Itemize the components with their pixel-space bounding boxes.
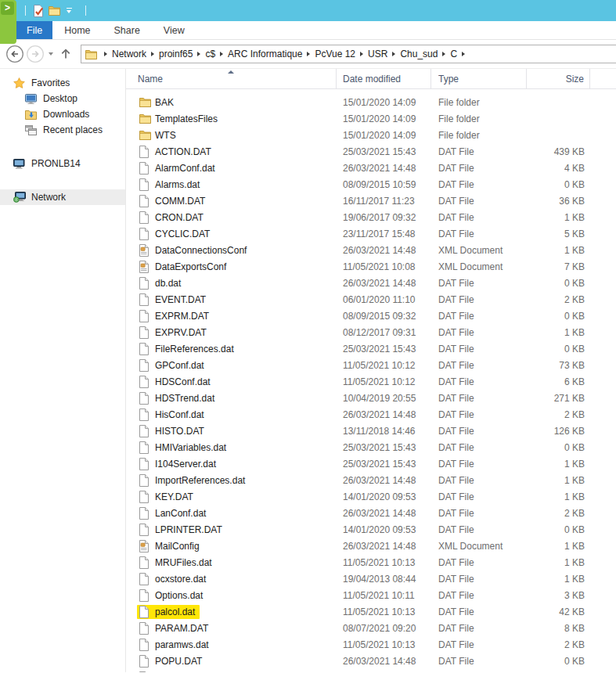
breadcrumb-arrow-icon[interactable] bbox=[197, 52, 200, 56]
file-row[interactable]: AlarmConf.dat26/03/2021 14:48DAT File4 K… bbox=[126, 160, 616, 176]
file-row[interactable]: db.dat26/03/2021 14:48DAT File0 KB bbox=[126, 275, 616, 291]
file-row[interactable]: COMM.DAT16/11/2017 11:23DAT File36 KB bbox=[126, 193, 616, 209]
breadcrumb-segment[interactable]: PcVue 12 bbox=[315, 49, 355, 59]
file-row[interactable]: LPRINTER.DAT14/01/2020 09:53DAT File0 KB bbox=[126, 521, 616, 538]
file-row[interactable]: BAK15/01/2020 14:09File folder bbox=[126, 94, 616, 110]
file-row[interactable]: HisConf.dat26/03/2021 14:48DAT File2 KB bbox=[126, 406, 616, 423]
folder-icon[interactable] bbox=[46, 2, 62, 20]
breadcrumb-segment[interactable]: c$ bbox=[205, 49, 215, 59]
breadcrumb-segment[interactable]: proinf65 bbox=[159, 49, 193, 59]
file-name-cell: KEY.DAT bbox=[126, 490, 337, 504]
sidebar-item-pronlb14[interactable]: PRONLB14 bbox=[0, 156, 125, 171]
file-type: DAT File bbox=[431, 656, 527, 667]
file-row[interactable]: EVENT.DAT06/01/2020 11:10DAT File2 KB bbox=[126, 291, 616, 308]
sidebar-item-desktop[interactable]: Desktop bbox=[0, 91, 125, 106]
file-row[interactable]: KEY.DAT14/01/2020 09:53DAT File1 KB bbox=[126, 488, 616, 505]
file-row[interactable]: EXPRM.DAT08/09/2015 09:32DAT File0 KB bbox=[126, 308, 616, 324]
tab-share[interactable]: Share bbox=[103, 21, 152, 39]
xml-file-icon bbox=[139, 540, 151, 552]
file-row[interactable]: MRUFiles.dat11/05/2021 10:13DAT File1 KB bbox=[126, 554, 616, 570]
date-modified: 23/11/2017 15:48 bbox=[337, 229, 431, 239]
dat-file-icon bbox=[139, 671, 151, 673]
tab-file[interactable]: File bbox=[16, 21, 52, 39]
file-row[interactable]: FileReferences.dat25/03/2021 15:43DAT Fi… bbox=[126, 340, 616, 357]
dat-file-icon bbox=[139, 178, 151, 191]
breadcrumb-segment[interactable]: C bbox=[450, 49, 457, 59]
file-row[interactable]: HDSTrend.dat10/04/2019 20:55DAT File271 … bbox=[126, 390, 616, 406]
column-header-date-modified[interactable]: Date modified bbox=[337, 69, 431, 88]
file-type: XML Document bbox=[431, 261, 527, 272]
file-row[interactable]: HMIVariables.dat25/03/2021 15:43DAT File… bbox=[126, 439, 616, 455]
file-row[interactable]: DataConnectionsConf26/03/2021 14:48XML D… bbox=[126, 242, 616, 258]
file-type: DAT File bbox=[431, 278, 527, 289]
file-row[interactable]: paramws.dat11/05/2021 10:13DAT File2 KB bbox=[126, 636, 616, 653]
file-row[interactable]: HDSConf.dat11/05/2021 10:12DAT File6 KB bbox=[126, 373, 616, 390]
breadcrumb-arrow-icon[interactable] bbox=[392, 52, 395, 56]
file-name: ImportReferences.dat bbox=[155, 475, 245, 486]
file-row[interactable]: GPConf.dat11/05/2021 10:12DAT File73 KB bbox=[126, 357, 616, 373]
capture-tool-tab[interactable]: > bbox=[0, 0, 16, 44]
breadcrumb-arrow-icon[interactable] bbox=[104, 52, 107, 56]
file-row[interactable]: EXPRV.DAT08/12/2017 09:31DAT File1 KB bbox=[126, 324, 616, 340]
file-row[interactable]: CRON.DAT19/06/2017 09:32DAT File1 KB bbox=[126, 209, 616, 225]
breadcrumb-segment[interactable]: Network bbox=[112, 49, 146, 59]
column-header-type[interactable]: Type bbox=[431, 69, 527, 88]
date-modified: 26/03/2021 14:48 bbox=[337, 245, 431, 256]
file-row[interactable] bbox=[126, 669, 616, 672]
date-modified: 26/03/2021 14:48 bbox=[337, 278, 431, 289]
breadcrumb-segment[interactable]: Chu_sud bbox=[400, 49, 438, 59]
address-bar[interactable]: Networkproinf65c$ARC InformatiquePcVue 1… bbox=[81, 45, 616, 63]
file-row[interactable]: HISTO.DAT13/11/2018 14:46DAT File126 KB bbox=[126, 423, 616, 439]
file-row[interactable]: DataExportsConf11/05/2021 10:08XML Docum… bbox=[126, 258, 616, 275]
sidebar-item-recent-places[interactable]: Recent places bbox=[0, 122, 125, 138]
breadcrumb-arrow-icon[interactable] bbox=[360, 52, 363, 56]
file-name: TemplatesFiles bbox=[155, 113, 218, 124]
tab-home[interactable]: Home bbox=[52, 21, 102, 39]
breadcrumb-segment[interactable]: ARC Informatique bbox=[228, 49, 302, 59]
customize-qat-dropdown-icon[interactable] bbox=[63, 8, 74, 14]
desktop-icon bbox=[25, 93, 38, 105]
file-row[interactable]: Options.dat11/05/2021 10:11DAT File3 KB bbox=[126, 587, 616, 603]
file-name: I104Server.dat bbox=[155, 459, 216, 470]
file-row[interactable]: TemplatesFiles15/01/2020 14:09File folde… bbox=[126, 110, 616, 127]
file-row[interactable]: I104Server.dat25/03/2021 15:43DAT File1 … bbox=[126, 455, 616, 472]
breadcrumb-arrow-icon[interactable] bbox=[442, 52, 445, 56]
file-row[interactable]: ACTION.DAT25/03/2021 15:43DAT File439 KB bbox=[126, 143, 616, 160]
file-size: 0 KB bbox=[527, 311, 590, 322]
breadcrumb-arrow-icon[interactable] bbox=[220, 52, 223, 56]
breadcrumb-segment[interactable]: USR bbox=[368, 49, 387, 59]
forward-button[interactable] bbox=[26, 45, 45, 63]
file-row[interactable]: PARAM.DAT08/07/2021 09:20DAT File8 KB bbox=[126, 620, 616, 636]
file-row[interactable]: WTS15/01/2020 14:09File folder bbox=[126, 127, 616, 143]
column-header-name[interactable]: Name bbox=[126, 69, 337, 88]
favorites-star-icon bbox=[13, 77, 27, 89]
file-type: DAT File bbox=[431, 557, 527, 568]
file-row[interactable]: Alarms.dat08/09/2015 10:59DAT File0 KB bbox=[126, 176, 616, 193]
paste-check-icon[interactable] bbox=[31, 2, 46, 20]
breadcrumb: Networkproinf65c$ARC InformatiquePcVue 1… bbox=[99, 49, 470, 59]
up-button[interactable] bbox=[59, 47, 73, 61]
file-name: POPU.DAT bbox=[155, 656, 202, 667]
file-row[interactable]: ocxstore.dat19/04/2013 08:44DAT File1 KB bbox=[126, 570, 616, 587]
sidebar-item-downloads[interactable]: Downloads bbox=[0, 106, 125, 122]
dat-file-icon bbox=[139, 392, 151, 405]
quick-access-toolbar bbox=[20, 0, 91, 21]
dat-file-icon bbox=[139, 376, 151, 388]
breadcrumb-arrow-icon[interactable] bbox=[151, 52, 154, 56]
file-row[interactable]: CYCLIC.DAT23/11/2017 15:48DAT File5 KB bbox=[126, 225, 616, 242]
file-type: DAT File bbox=[431, 179, 527, 190]
back-button[interactable] bbox=[5, 45, 24, 63]
file-row[interactable]: MailConfig26/03/2021 14:48XML Document1 … bbox=[126, 538, 616, 554]
breadcrumb-arrow-icon[interactable] bbox=[462, 52, 465, 56]
sidebar-item-favorites[interactable]: Favorites bbox=[0, 75, 125, 91]
sidebar-item-network[interactable]: Network bbox=[0, 189, 125, 205]
file-row[interactable]: LanConf.dat26/03/2021 14:48DAT File2 KB bbox=[126, 505, 616, 521]
file-row[interactable]: ImportReferences.dat26/03/2021 14:48DAT … bbox=[126, 472, 616, 488]
breadcrumb-arrow-icon[interactable] bbox=[307, 52, 310, 56]
recent-locations-dropdown-icon[interactable] bbox=[49, 52, 53, 56]
file-row-highlighted[interactable]: palcol.dat11/05/2021 10:13DAT File42 KB bbox=[126, 603, 616, 620]
dat-file-icon bbox=[139, 293, 151, 306]
column-header-size[interactable]: Size bbox=[527, 69, 590, 88]
tab-view[interactable]: View bbox=[152, 21, 196, 39]
file-row[interactable]: POPU.DAT26/03/2021 14:48DAT File0 KB bbox=[126, 653, 616, 669]
